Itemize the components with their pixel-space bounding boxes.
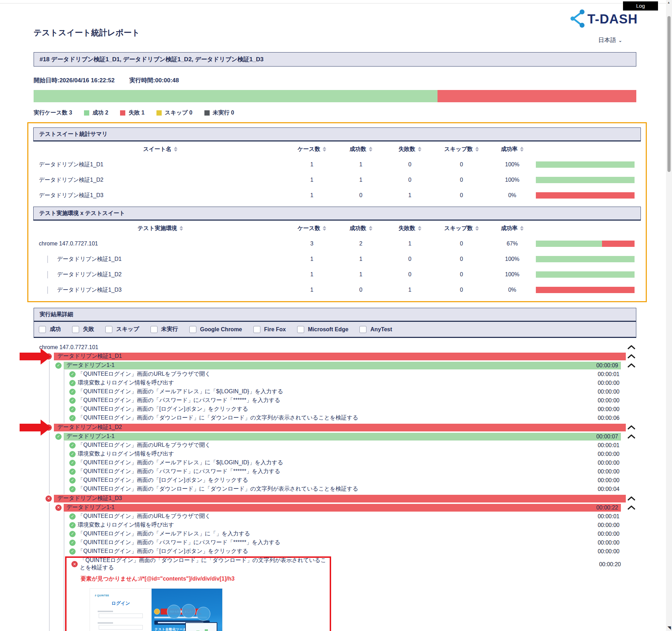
table-row: データドリブン検証1_D11100100% <box>33 251 641 267</box>
collapse-chevron-icon[interactable] <box>627 505 636 510</box>
step-description: 環境変数よりログイン情報を呼び出す <box>78 450 587 458</box>
filter-label: 成功 <box>50 326 61 333</box>
row-value-cell: 1 <box>336 256 385 262</box>
suite-children: ✓データドリブン1-100:00:07✓「QUINTEEログイン」画面のURLを… <box>49 432 636 494</box>
filter-checkbox-8[interactable]: AnyTest <box>359 326 392 333</box>
t-dash-logo-icon <box>568 9 586 29</box>
sort-icon[interactable] <box>369 147 372 152</box>
test-suite-row[interactable]: ✕データドリブン検証1_D2 <box>46 423 636 432</box>
scroll-up-arrow-icon[interactable]: ▲ <box>667 1 670 4</box>
success-color-swatch <box>84 110 89 116</box>
column-header: 成功率 <box>489 146 536 153</box>
email-label-placeholder <box>98 611 113 612</box>
collapse-chevron-icon[interactable] <box>627 434 636 439</box>
sort-icon[interactable] <box>174 147 177 152</box>
filter-checkbox-2[interactable]: 失敗 <box>72 326 94 333</box>
bar-success-segment <box>536 271 635 278</box>
sort-icon[interactable] <box>180 226 183 231</box>
sort-icon[interactable] <box>418 147 421 152</box>
bar-fail-segment <box>602 241 635 247</box>
sort-icon[interactable] <box>323 147 326 152</box>
sort-icon[interactable] <box>520 147 524 152</box>
collapse-chevron-icon[interactable] <box>627 345 636 350</box>
collapse-chevron-icon[interactable] <box>627 363 636 368</box>
main-content: テストスイート統計レポート #18 データドリブン検証1_D1, データドリブン… <box>34 0 636 631</box>
checkbox[interactable] <box>105 326 112 333</box>
test-case-row[interactable]: ✕データドリブン1-100:00:22 <box>50 503 636 512</box>
failure-screenshot: ∂ QUINTEEログイン特許を取得しました!テスト自動化ツールT-DASH <box>90 588 223 631</box>
legend-fail: 失敗 1 <box>120 109 144 117</box>
language-selector[interactable]: 日本語 ⌄ <box>598 36 622 44</box>
checkbox[interactable] <box>39 326 46 333</box>
laptop-illustration <box>185 622 217 631</box>
login-heading: ログイン <box>111 600 130 606</box>
suite-result-bar[interactable]: データドリブン検証1_D2 <box>54 424 626 431</box>
scrollbar-thumb[interactable] <box>667 16 671 172</box>
case-result-bar[interactable]: データドリブン1-100:00:22 <box>64 504 621 512</box>
failed-step-row[interactable]: ✕「QUINTEEログイン」画面の「ダウンロード」に「ダウンロード」の文字列が表… <box>66 559 327 569</box>
case-result-bar[interactable]: データドリブン1-100:00:09 <box>64 362 621 369</box>
success-icon: ✓ <box>69 531 76 537</box>
filter-checkbox-5[interactable]: Google Chrome <box>189 326 242 333</box>
row-value-cell: 0 <box>434 271 489 278</box>
suite-result-bar[interactable]: データドリブン検証1_D3 <box>54 495 626 502</box>
page-scrollbar[interactable]: ▲ <box>666 0 672 631</box>
step-duration: 00:00:00 <box>587 406 620 412</box>
legend-success: 成功 2 <box>84 109 108 117</box>
suite-children: ✕データドリブン1-100:00:22✓「QUINTEEログイン」画面のURLを… <box>49 503 636 631</box>
case-result-bar[interactable]: データドリブン1-100:00:07 <box>64 433 621 441</box>
promo-feature-circle <box>182 604 196 618</box>
filter-checkbox-7[interactable]: Microsoft Edge <box>297 326 349 333</box>
row-value-cell: 1 <box>287 161 336 168</box>
checkbox[interactable] <box>359 326 366 333</box>
row-value-cell: 1 <box>336 177 385 183</box>
row-name-cell: データドリブン検証1_D3 <box>33 286 287 294</box>
column-header: ケース数 <box>287 146 336 153</box>
step-duration: 00:00:01 <box>587 513 620 520</box>
case-duration: 00:00:07 <box>596 434 618 440</box>
step-description: 「QUINTEEログイン」画面のURLをブラウザで開く <box>78 370 587 378</box>
collapse-chevron-icon[interactable] <box>627 496 636 501</box>
checkbox[interactable] <box>297 326 304 333</box>
filter-checkbox-4[interactable]: 未実行 <box>150 326 178 333</box>
skip-color-swatch <box>156 110 162 116</box>
test-case-row[interactable]: ✓データドリブン1-100:00:07 <box>50 432 636 441</box>
step-description: 「QUINTEEログイン」画面の「[ログイン]ボタン」をクリックする <box>78 548 587 555</box>
test-case-row[interactable]: ✓データドリブン1-100:00:09 <box>50 361 636 370</box>
filter-checkbox-3[interactable]: スキップ <box>105 326 139 333</box>
success-rate-bar <box>536 271 635 278</box>
sort-icon[interactable] <box>369 226 372 231</box>
collapse-chevron-icon[interactable] <box>627 425 636 430</box>
test-suite-row[interactable]: ✕データドリブン検証1_D1 <box>46 352 636 361</box>
step-description: 「QUINTEEログイン」画面の「ダウンロード」に「ダウンロード」の文字列が表示… <box>78 414 587 422</box>
suite-result-bar[interactable]: データドリブン検証1_D1 <box>54 353 626 360</box>
case-name: データドリブン1-1 <box>66 504 596 511</box>
sort-icon[interactable] <box>418 226 421 231</box>
row-bar-cell <box>536 287 641 293</box>
step-duration: 00:00:01 <box>587 371 620 377</box>
filter-checkbox-6[interactable]: Fire Fox <box>253 326 286 333</box>
promo-feature-circle <box>196 607 210 621</box>
row-value-cell: 100% <box>489 256 536 262</box>
scroll-down-arrow-icon[interactable]: ◥ <box>667 625 671 630</box>
annotation-arrow <box>20 419 52 436</box>
sort-icon[interactable] <box>475 147 479 152</box>
row-bar-cell <box>536 192 641 199</box>
sort-icon[interactable] <box>475 226 479 231</box>
brand-logo: T-DASH <box>568 9 638 29</box>
column-header-label: スキップ数 <box>444 146 473 153</box>
screenshot-image: ∂ QUINTEEログイン特許を取得しました!テスト自動化ツールT-DASH <box>90 588 223 631</box>
sort-icon[interactable] <box>323 226 326 231</box>
step-duration: 00:00:00 <box>587 522 620 528</box>
test-step-row: ✓「QUINTEEログイン」画面の「パスワード」にパスワード「******」を入… <box>64 467 636 476</box>
checkbox[interactable] <box>150 326 158 333</box>
test-step-row: ✓環境変数よりログイン情報を呼び出す00:00:00 <box>64 450 636 458</box>
sort-icon[interactable] <box>520 226 524 231</box>
checkbox[interactable] <box>189 326 196 333</box>
filter-checkbox-1[interactable]: 成功 <box>39 326 61 333</box>
checkbox[interactable] <box>253 326 260 333</box>
checkbox[interactable] <box>72 326 79 333</box>
run-duration: 実行時間:00:00:48 <box>130 76 179 84</box>
collapse-chevron-icon[interactable] <box>627 354 636 359</box>
test-suite-row[interactable]: ✕データドリブン検証1_D3 <box>46 494 636 503</box>
